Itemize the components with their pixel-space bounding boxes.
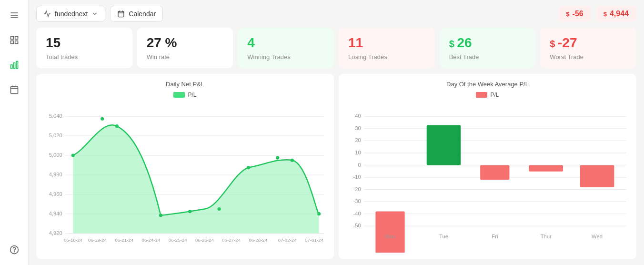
dow-bar-tue [427,125,461,165]
svg-text:-30: -30 [353,198,361,204]
svg-text:5,020: 5,020 [49,132,62,138]
svg-text:5,000: 5,000 [49,152,62,158]
menu-icon[interactable] [7,8,22,23]
daily-pnl-svg-container: 5,040 5,020 5,000 4,980 4,960 4,940 4,92… [44,102,326,253]
stat-total-trades: 15 Total trades [36,28,132,68]
svg-text:06-24-24: 06-24-24 [142,237,161,243]
svg-text:10: 10 [355,150,361,155]
stat-best-trade-currency: $ [449,39,457,49]
svg-rect-9 [16,61,18,69]
svg-text:30: 30 [355,125,361,131]
svg-text:Tue: Tue [439,234,448,239]
dow-pnl-title: Day Of the Week Average P/L [346,81,629,88]
dow-pnl-legend-label: P/L [490,92,499,98]
grid-icon[interactable] [7,32,22,48]
calendar-button[interactable]: Calendar [110,6,163,22]
dow-pnl-legend: P/L [346,92,629,98]
svg-text:20: 20 [355,137,361,143]
svg-rect-3 [10,37,13,40]
metric-positive-currency: $ [604,10,607,18]
stat-losing-trades-value: 11 [348,35,425,51]
calendar-button-label: Calendar [129,10,156,18]
dow-bar-thur [529,165,563,171]
stat-worst-trade-label: Worst Trade [550,53,627,61]
daily-pnl-point [317,212,321,215]
daily-pnl-point [159,214,162,217]
dow-pnl-svg-container: 40 30 20 10 0 -10 -20 -30 -40 -50 [346,102,629,253]
dow-pnl-chart: Day Of the Week Average P/L P/L 40 30 20… [339,74,636,259]
stats-row: 15 Total trades 27 % Win rate 4 Winning … [36,28,636,68]
calendar-task-icon[interactable] [7,82,22,97]
daily-pnl-point [276,156,279,160]
account-selector[interactable]: fundednext [36,6,105,22]
stat-winning-trades: 4 Winning Trades [238,28,334,68]
stat-best-trade-label: Best Trade [449,53,526,61]
stat-win-rate: 27 % Win rate [137,28,233,68]
dow-bar-fri [480,165,509,180]
svg-text:4,920: 4,920 [49,230,62,236]
svg-rect-5 [10,41,13,44]
svg-text:06-28-24: 06-28-24 [249,237,267,243]
account-selector-label: fundednext [55,10,88,18]
chevron-down-icon [91,10,98,17]
svg-text:06-19-24: 06-19-24 [88,237,107,243]
svg-text:06-21-24: 06-21-24 [115,237,133,243]
svg-rect-4 [15,37,18,40]
main-content: fundednext Calendar $ -56 $ 4,944 [29,0,644,265]
svg-text:0: 0 [358,162,361,168]
svg-text:06-27-24: 06-27-24 [222,237,241,243]
daily-pnl-legend-box [173,92,185,98]
svg-text:06-25-24: 06-25-24 [169,237,187,243]
metric-positive: $ 4,944 [596,6,636,22]
svg-text:-10: -10 [353,174,361,180]
svg-text:07-01-24: 07-01-24 [305,237,323,243]
chart-bar-icon[interactable] [7,57,22,72]
svg-rect-8 [13,63,15,69]
daily-pnl-point [247,166,250,169]
metric-negative: $ -56 [558,6,591,22]
svg-text:4,960: 4,960 [49,191,62,197]
dow-pnl-legend-box [476,92,487,98]
metric-positive-value: 4,944 [610,10,629,18]
stat-losing-trades-label: Losing Trades [348,53,425,61]
charts-row: Daily Net P&L P/L 5,040 5,020 5,000 4,98… [36,74,636,259]
svg-text:Thur: Thur [541,234,552,239]
svg-text:40: 40 [355,113,361,119]
svg-text:4,980: 4,980 [49,172,62,177]
dow-bar-wed [580,165,614,187]
svg-text:-40: -40 [353,211,361,216]
daily-pnl-legend-label: P/L [188,92,196,98]
stat-total-trades-label: Total trades [46,53,123,61]
stat-total-trades-value: 15 [46,35,123,51]
stat-winning-trades-value: 4 [247,35,324,51]
svg-text:-50: -50 [353,223,361,228]
dow-pnl-svg: 40 30 20 10 0 -10 -20 -30 -40 -50 [346,102,629,253]
svg-rect-6 [15,41,18,44]
svg-rect-16 [118,11,124,17]
svg-text:4,940: 4,940 [49,211,62,216]
stat-best-trade: $ 26 Best Trade [440,28,536,68]
sidebar [0,0,29,265]
svg-rect-7 [10,65,12,69]
svg-point-15 [14,252,14,252]
topbar: fundednext Calendar $ -56 $ 4,944 [36,6,636,22]
daily-pnl-legend: P/L [44,92,326,98]
daily-pnl-svg: 5,040 5,020 5,000 4,980 4,960 4,940 4,92… [44,102,326,253]
dow-bar-mon [375,212,404,253]
daily-pnl-point [101,117,104,121]
stat-worst-trade-currency: $ [550,39,558,49]
stat-winning-trades-label: Winning Trades [247,53,324,61]
stat-worst-trade: $ -27 Worst Trade [540,28,636,68]
help-icon[interactable] [7,242,22,257]
svg-text:07-02-24: 07-02-24 [278,237,297,243]
stat-win-rate-value: 27 % [147,35,224,51]
daily-pnl-point [291,159,294,162]
svg-rect-10 [10,86,18,93]
svg-text:-20: -20 [353,186,361,192]
svg-text:06-26-24: 06-26-24 [195,237,214,243]
svg-text:06-18-24: 06-18-24 [64,237,82,243]
calendar-button-icon [117,10,125,18]
stat-win-rate-label: Win rate [147,53,224,61]
daily-pnl-area [73,125,319,233]
stat-losing-trades: 11 Losing Trades [339,28,435,68]
